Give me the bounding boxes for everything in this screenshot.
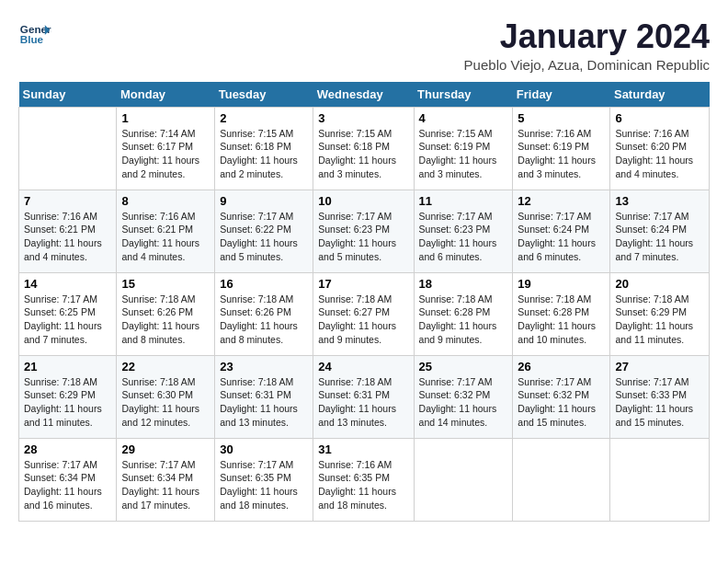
day-number: 20	[615, 277, 704, 291]
day-number: 25	[419, 360, 508, 373]
calendar-cell: 8Sunrise: 7:16 AM Sunset: 6:21 PM Daylig…	[117, 190, 215, 272]
day-info: Sunrise: 7:18 AM Sunset: 6:29 PM Dayligh…	[24, 375, 111, 430]
day-number: 19	[518, 277, 605, 291]
calendar-cell	[513, 438, 610, 521]
calendar-cell: 11Sunrise: 7:17 AM Sunset: 6:23 PM Dayli…	[414, 190, 513, 272]
column-header-thursday: Thursday	[414, 82, 513, 108]
day-number: 31	[318, 442, 408, 456]
calendar-cell: 2Sunrise: 7:15 AM Sunset: 6:18 PM Daylig…	[215, 107, 313, 190]
day-info: Sunrise: 7:18 AM Sunset: 6:31 PM Dayligh…	[318, 375, 408, 430]
day-info: Sunrise: 7:15 AM Sunset: 6:18 PM Dayligh…	[318, 127, 408, 181]
day-info: Sunrise: 7:17 AM Sunset: 6:25 PM Dayligh…	[24, 293, 111, 347]
calendar-cell: 16Sunrise: 7:18 AM Sunset: 6:26 PM Dayli…	[215, 272, 313, 355]
calendar-cell: 9Sunrise: 7:17 AM Sunset: 6:22 PM Daylig…	[215, 190, 313, 272]
day-number: 26	[518, 360, 605, 373]
day-info: Sunrise: 7:17 AM Sunset: 6:23 PM Dayligh…	[318, 210, 408, 264]
calendar-cell: 23Sunrise: 7:18 AM Sunset: 6:31 PM Dayli…	[215, 355, 313, 438]
calendar-cell: 28Sunrise: 7:17 AM Sunset: 6:34 PM Dayli…	[19, 438, 117, 521]
day-number: 7	[24, 194, 111, 208]
day-info: Sunrise: 7:17 AM Sunset: 6:33 PM Dayligh…	[615, 375, 704, 430]
day-number: 1	[121, 111, 210, 125]
calendar-cell: 1Sunrise: 7:14 AM Sunset: 6:17 PM Daylig…	[117, 107, 215, 190]
day-number: 27	[615, 360, 704, 373]
day-number: 14	[24, 277, 111, 291]
column-header-sunday: Sunday	[19, 82, 117, 108]
day-info: Sunrise: 7:16 AM Sunset: 6:21 PM Dayligh…	[24, 210, 111, 264]
calendar-cell: 25Sunrise: 7:17 AM Sunset: 6:32 PM Dayli…	[414, 355, 513, 438]
calendar-cell: 22Sunrise: 7:18 AM Sunset: 6:30 PM Dayli…	[117, 355, 215, 438]
day-number: 29	[121, 442, 210, 456]
calendar-cell: 3Sunrise: 7:15 AM Sunset: 6:18 PM Daylig…	[313, 107, 414, 190]
day-info: Sunrise: 7:18 AM Sunset: 6:28 PM Dayligh…	[518, 293, 605, 347]
calendar-cell: 14Sunrise: 7:17 AM Sunset: 6:25 PM Dayli…	[19, 272, 117, 355]
calendar-cell: 30Sunrise: 7:17 AM Sunset: 6:35 PM Dayli…	[215, 438, 313, 521]
day-number: 3	[318, 111, 408, 125]
calendar-cell: 18Sunrise: 7:18 AM Sunset: 6:28 PM Dayli…	[414, 272, 513, 355]
day-number: 28	[24, 442, 111, 456]
day-info: Sunrise: 7:17 AM Sunset: 6:24 PM Dayligh…	[518, 210, 605, 264]
day-number: 15	[121, 277, 210, 291]
calendar-cell	[414, 438, 513, 521]
day-number: 9	[220, 194, 308, 208]
calendar-cell: 31Sunrise: 7:16 AM Sunset: 6:35 PM Dayli…	[313, 438, 414, 521]
logo: General Blue	[18, 18, 51, 52]
day-number: 4	[419, 111, 508, 125]
day-info: Sunrise: 7:16 AM Sunset: 6:35 PM Dayligh…	[318, 458, 408, 512]
day-info: Sunrise: 7:17 AM Sunset: 6:23 PM Dayligh…	[419, 210, 508, 264]
day-number: 8	[121, 194, 210, 208]
day-number: 22	[121, 360, 210, 373]
calendar-cell: 20Sunrise: 7:18 AM Sunset: 6:29 PM Dayli…	[610, 272, 710, 355]
column-header-friday: Friday	[513, 82, 610, 108]
day-info: Sunrise: 7:16 AM Sunset: 6:20 PM Dayligh…	[615, 127, 704, 181]
calendar-cell: 24Sunrise: 7:18 AM Sunset: 6:31 PM Dayli…	[313, 355, 414, 438]
calendar-cell: 7Sunrise: 7:16 AM Sunset: 6:21 PM Daylig…	[19, 190, 117, 272]
day-info: Sunrise: 7:17 AM Sunset: 6:24 PM Dayligh…	[615, 210, 704, 264]
calendar-cell	[610, 438, 710, 521]
svg-text:Blue: Blue	[20, 33, 44, 45]
day-info: Sunrise: 7:18 AM Sunset: 6:28 PM Dayligh…	[419, 293, 508, 347]
day-info: Sunrise: 7:17 AM Sunset: 6:34 PM Dayligh…	[121, 458, 210, 512]
logo-icon: General Blue	[18, 18, 51, 52]
calendar-cell: 13Sunrise: 7:17 AM Sunset: 6:24 PM Dayli…	[610, 190, 710, 272]
calendar-cell: 15Sunrise: 7:18 AM Sunset: 6:26 PM Dayli…	[117, 272, 215, 355]
column-header-wednesday: Wednesday	[313, 82, 414, 108]
day-number: 6	[615, 111, 704, 125]
day-number: 2	[220, 111, 308, 125]
day-number: 18	[419, 277, 508, 291]
day-info: Sunrise: 7:18 AM Sunset: 6:31 PM Dayligh…	[220, 375, 308, 430]
calendar-table: SundayMondayTuesdayWednesdayThursdayFrid…	[18, 82, 710, 522]
calendar-cell: 17Sunrise: 7:18 AM Sunset: 6:27 PM Dayli…	[313, 272, 414, 355]
title-block: January 2024 Pueblo Viejo, Azua, Dominic…	[464, 18, 710, 73]
calendar-cell: 12Sunrise: 7:17 AM Sunset: 6:24 PM Dayli…	[513, 190, 610, 272]
calendar-cell: 26Sunrise: 7:17 AM Sunset: 6:32 PM Dayli…	[513, 355, 610, 438]
column-header-saturday: Saturday	[610, 82, 710, 108]
day-info: Sunrise: 7:18 AM Sunset: 6:26 PM Dayligh…	[220, 293, 308, 347]
day-number: 12	[518, 194, 605, 208]
day-info: Sunrise: 7:15 AM Sunset: 6:19 PM Dayligh…	[419, 127, 508, 181]
day-number: 11	[419, 194, 508, 208]
column-header-tuesday: Tuesday	[215, 82, 313, 108]
calendar-cell: 19Sunrise: 7:18 AM Sunset: 6:28 PM Dayli…	[513, 272, 610, 355]
day-info: Sunrise: 7:17 AM Sunset: 6:35 PM Dayligh…	[220, 458, 308, 512]
day-number: 30	[220, 442, 308, 456]
day-info: Sunrise: 7:16 AM Sunset: 6:21 PM Dayligh…	[121, 210, 210, 264]
page-header: General Blue January 2024 Pueblo Viejo, …	[18, 18, 710, 73]
calendar-cell: 4Sunrise: 7:15 AM Sunset: 6:19 PM Daylig…	[414, 107, 513, 190]
calendar-cell: 6Sunrise: 7:16 AM Sunset: 6:20 PM Daylig…	[610, 107, 710, 190]
calendar-cell: 5Sunrise: 7:16 AM Sunset: 6:19 PM Daylig…	[513, 107, 610, 190]
day-info: Sunrise: 7:17 AM Sunset: 6:32 PM Dayligh…	[419, 375, 508, 430]
day-info: Sunrise: 7:17 AM Sunset: 6:32 PM Dayligh…	[518, 375, 605, 430]
day-info: Sunrise: 7:18 AM Sunset: 6:27 PM Dayligh…	[318, 293, 408, 347]
day-info: Sunrise: 7:17 AM Sunset: 6:22 PM Dayligh…	[220, 210, 308, 264]
day-info: Sunrise: 7:16 AM Sunset: 6:19 PM Dayligh…	[518, 127, 605, 181]
day-number: 13	[615, 194, 704, 208]
calendar-cell	[19, 107, 117, 190]
day-number: 5	[518, 111, 605, 125]
day-info: Sunrise: 7:18 AM Sunset: 6:29 PM Dayligh…	[615, 293, 704, 347]
calendar-cell: 21Sunrise: 7:18 AM Sunset: 6:29 PM Dayli…	[19, 355, 117, 438]
calendar-title: January 2024	[464, 18, 710, 55]
calendar-subtitle: Pueblo Viejo, Azua, Dominican Republic	[464, 57, 710, 73]
day-number: 23	[220, 360, 308, 373]
day-info: Sunrise: 7:15 AM Sunset: 6:18 PM Dayligh…	[220, 127, 308, 181]
day-info: Sunrise: 7:18 AM Sunset: 6:30 PM Dayligh…	[121, 375, 210, 430]
